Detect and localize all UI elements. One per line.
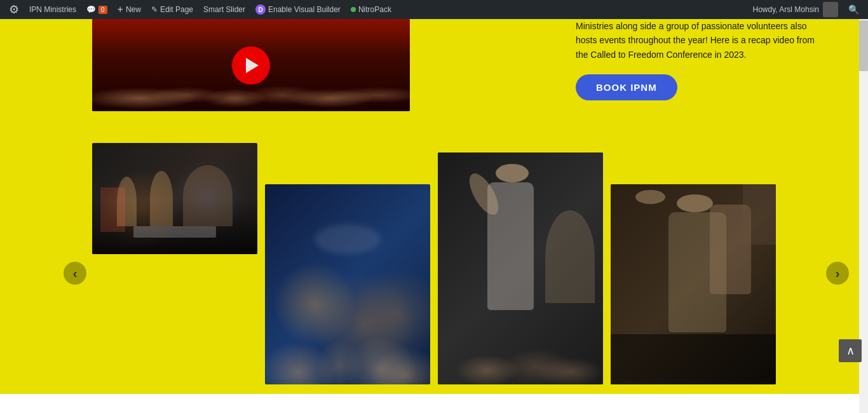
gallery-item-3[interactable] <box>438 152 603 384</box>
gallery-grid <box>92 143 776 384</box>
description-text: Ministries along side a group of passion… <box>576 19 817 62</box>
visual-builder-label: Enable Visual Builder <box>268 5 341 14</box>
text-section: Ministries along side a group of passion… <box>576 19 817 100</box>
smart-slider-label: Smart Slider <box>203 5 245 14</box>
new-label: New <box>126 5 141 14</box>
wp-logo-button[interactable]: ⚙ <box>4 0 24 19</box>
admin-search-button[interactable]: 🔍 <box>843 4 864 15</box>
gallery-prev-button[interactable]: ‹ <box>64 262 86 285</box>
gallery-item-2[interactable] <box>265 184 430 384</box>
video-section <box>92 19 410 111</box>
footer-area <box>0 394 868 413</box>
next-arrow-icon: › <box>836 266 840 281</box>
gallery-image-1 <box>92 143 257 254</box>
scrollbar-thumb[interactable] <box>859 20 868 71</box>
edit-icon: ✎ <box>151 5 158 14</box>
howdy-label: Howdy, Arsl Mohsin <box>753 5 819 14</box>
plus-icon: + <box>118 4 123 15</box>
play-icon[interactable] <box>232 46 270 85</box>
gallery-next-button[interactable]: › <box>826 262 849 285</box>
admin-bar: ⚙ IPN Ministries 💬 0 + New ✎ Edit Page S… <box>0 0 868 19</box>
user-info: Howdy, Arsl Mohsin <box>748 2 843 17</box>
new-button[interactable]: + New <box>112 0 146 19</box>
edit-page-button[interactable]: ✎ Edit Page <box>146 0 198 19</box>
wordpress-icon: ⚙ <box>9 3 19 17</box>
smart-slider-button[interactable]: Smart Slider <box>198 0 250 19</box>
comment-icon: 💬 <box>86 5 96 14</box>
gallery-item-1[interactable] <box>92 143 257 254</box>
nitropack-status-icon <box>351 7 356 12</box>
main-content: Ministries along side a group of passion… <box>0 19 868 413</box>
site-name-label: IPN Ministries <box>29 5 76 14</box>
visual-builder-button[interactable]: D Enable Visual Builder <box>250 0 346 19</box>
edit-page-label: Edit Page <box>160 5 193 14</box>
scroll-top-icon: ∧ <box>846 344 855 358</box>
scroll-top-button[interactable]: ∧ <box>839 339 862 362</box>
user-avatar <box>823 2 838 17</box>
divi-icon: D <box>255 4 266 15</box>
nitropack-button[interactable]: NitroPack <box>346 0 397 19</box>
book-button[interactable]: BOOK IPNM <box>576 74 677 100</box>
site-name-button[interactable]: IPN Ministries <box>24 0 81 19</box>
gallery-section <box>0 143 868 413</box>
gallery-item-4[interactable] <box>611 184 776 384</box>
prev-arrow-icon: ‹ <box>73 266 78 281</box>
comments-button[interactable]: 💬 0 <box>81 0 112 19</box>
video-thumbnail[interactable] <box>92 19 410 111</box>
nitropack-label: NitroPack <box>358 5 391 14</box>
comment-count: 0 <box>98 6 107 14</box>
gallery-image-4 <box>611 184 776 384</box>
video-preview-image <box>92 19 410 111</box>
gallery-image-2 <box>265 184 430 384</box>
gallery-image-3 <box>438 152 603 384</box>
